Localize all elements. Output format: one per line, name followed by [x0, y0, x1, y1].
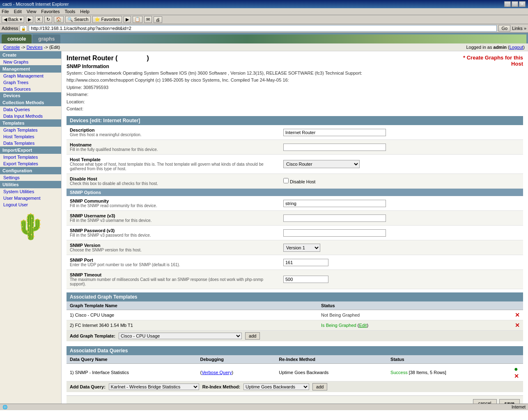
snmp-community-row: SNMP Community Fill in the SNMP read com…	[67, 196, 523, 211]
refresh-button[interactable]: ↻	[44, 16, 52, 23]
page-title-area: Internet Router ( ) SNMP Information Sys…	[67, 55, 362, 113]
disable-host-checkbox[interactable]	[283, 178, 289, 183]
sidebar-item-import-templates[interactable]: Import Templates	[0, 154, 61, 160]
gt-row-2-name: 2) FC Internet 3640 1.54 Mb T1	[67, 320, 318, 331]
cancel-button[interactable]: cancel	[473, 399, 497, 404]
sidebar-section-import-export: Import/Export	[0, 146, 61, 154]
snmp-url-text: http://www.cisco.com/techsupport Copyrig…	[67, 77, 362, 83]
menu-file[interactable]: File	[2, 9, 9, 14]
hostname-input[interactable]	[283, 144, 386, 151]
print-button[interactable]: 🖨	[154, 16, 162, 23]
snmp-community-input[interactable]	[283, 200, 386, 207]
add-graph-template-select[interactable]: Cisco - CPU Usage Interface Statistics	[119, 333, 242, 339]
browser-window-controls[interactable]: _ □ ✕	[504, 1, 526, 7]
data-queries-section-header: Associated Data Queries	[67, 346, 523, 355]
menu-view[interactable]: View	[27, 9, 37, 14]
sidebar-item-data-input[interactable]: Data Input Methods	[0, 113, 61, 119]
gt-row-1-delete-icon[interactable]: ✕	[515, 312, 520, 318]
dq-verbose-link[interactable]: Verbose Query	[202, 370, 232, 375]
add-data-query-select[interactable]: KarInet - Wireless Bridge Statistics SNM…	[109, 383, 199, 390]
tab-bar: console graphs	[0, 33, 528, 43]
snmp-version-select[interactable]: Version 1 Version 2 Version 3	[283, 244, 320, 252]
gt-row-2-delete-icon[interactable]: ✕	[515, 322, 520, 329]
breadcrumb-devices[interactable]: Devices	[27, 45, 43, 50]
sidebar-item-graph-trees[interactable]: Graph Trees	[0, 79, 61, 86]
disable-host-desc: Check this box to disable all checks for…	[70, 181, 277, 186]
dq-row-1-rerun-icon[interactable]: ●	[514, 365, 518, 372]
description-input-cell	[280, 125, 523, 140]
gt-row-2-action: ✕	[512, 320, 523, 331]
sidebar-item-host-templates[interactable]: Host Templates	[0, 133, 61, 140]
dq-row-1-action: ● ✕	[511, 364, 523, 381]
close-button[interactable]: ✕	[519, 1, 526, 7]
tab-graphs[interactable]: graphs	[32, 34, 60, 43]
sidebar-item-data-templates[interactable]: Data Templates	[0, 140, 61, 146]
favorites-button[interactable]: ⭐ Favorites	[92, 16, 122, 23]
history-button[interactable]: 📋	[133, 16, 142, 23]
snmp-username-input[interactable]	[283, 215, 386, 222]
mail-button[interactable]: ✉	[144, 16, 152, 23]
tab-console[interactable]: console	[2, 34, 32, 43]
sidebar: Create New Graphs Management Graph Manag…	[0, 51, 62, 404]
snmp-timeout-input[interactable]	[283, 276, 328, 283]
breadcrumb-edit: (Edit)	[49, 45, 60, 50]
sidebar-item-export-templates[interactable]: Export Templates	[0, 160, 61, 167]
stop-button[interactable]: ✕	[35, 16, 43, 23]
sidebar-item-logout-user[interactable]: Logout User	[0, 201, 61, 208]
gt-row-1-status: Not Being Graphed	[318, 310, 512, 320]
snmp-contact: Contact:	[67, 106, 362, 112]
snmp-port-input[interactable]	[283, 259, 328, 266]
menu-edit[interactable]: Edit	[14, 9, 22, 14]
reindex-method-select[interactable]: Uptime Goes Backwards Index Count Change…	[243, 383, 309, 390]
address-input[interactable]	[29, 25, 497, 32]
menu-tools[interactable]: Tools	[65, 9, 76, 14]
dq-col-status: Status	[387, 355, 511, 364]
snmp-timeout-row: SNMP Timeout The maximum number of milli…	[67, 270, 523, 289]
sidebar-section-management: Management	[0, 65, 61, 73]
forward-button[interactable]: ▶	[26, 16, 33, 23]
minimize-button[interactable]: _	[504, 1, 511, 7]
sidebar-item-settings[interactable]: Settings	[0, 174, 61, 181]
snmp-community-label: SNMP Community	[70, 199, 277, 203]
snmp-password-input[interactable]	[283, 229, 386, 237]
sidebar-item-user-management[interactable]: User Management	[0, 195, 61, 201]
gt-row-2-edit-link[interactable]: Edit	[359, 323, 367, 328]
sidebar-item-devices[interactable]: Devices	[0, 92, 61, 99]
breadcrumb-console[interactable]: Console	[3, 45, 20, 50]
hostname-input-cell	[280, 140, 523, 155]
media-button[interactable]: ▶	[124, 16, 131, 23]
dq-row-1-reindex: Uptime Goes Backwards	[275, 364, 387, 381]
add-data-query-button[interactable]: add	[312, 383, 327, 390]
snmp-port-label: SNMP Port	[70, 258, 277, 262]
sidebar-item-new-graphs[interactable]: New Graphs	[0, 59, 61, 65]
home-button[interactable]: 🏠	[54, 16, 64, 23]
search-button[interactable]: 🔍 Search	[65, 16, 91, 23]
sidebar-item-data-sources[interactable]: Data Sources	[0, 86, 61, 92]
go-button[interactable]: Go	[498, 25, 510, 32]
create-graphs-cta[interactable]: * Create Graphs for this Host	[457, 55, 523, 67]
sidebar-item-graph-templates[interactable]: Graph Templates	[0, 127, 61, 133]
host-template-select[interactable]: Cisco Router Generic SNMP Device Linux H…	[283, 160, 360, 168]
address-bar: Address 🔒 Go Links »	[0, 24, 528, 33]
snmp-password-label: SNMP Password (v3)	[70, 228, 277, 233]
maximize-button[interactable]: □	[512, 1, 518, 7]
host-template-desc: Choose what type of host, host template …	[70, 162, 277, 171]
description-input[interactable]	[283, 129, 386, 136]
back-button[interactable]: ◀ Back ▾	[2, 16, 24, 23]
sidebar-item-graph-management[interactable]: Graph Management	[0, 73, 61, 79]
disable-host-checkbox-label[interactable]: Disable Host	[283, 179, 315, 184]
dq-row-1: 1) SNMP - Interface Statistics (Verbose …	[67, 364, 523, 381]
sidebar-section-configuration: Configuration	[0, 167, 61, 174]
dq-col-reindex: Re-Index Method	[275, 355, 387, 364]
sidebar-item-data-queries[interactable]: Data Queries	[0, 106, 61, 113]
menu-favorites[interactable]: Favorites	[41, 9, 60, 14]
gt-row-2-status: Is Being Graphed (Edit)	[318, 320, 512, 331]
dq-row-1-delete-icon[interactable]: ✕	[514, 373, 519, 379]
save-button[interactable]: save	[499, 399, 520, 404]
add-graph-template-button[interactable]: add	[245, 332, 260, 340]
menu-help[interactable]: Help	[80, 9, 90, 14]
sidebar-item-system-utilities[interactable]: System Utilities	[0, 188, 61, 195]
logout-link[interactable]: Logout	[510, 45, 523, 50]
sidebar-section-collection: Collection Methods	[0, 99, 61, 106]
description-desc: Give this host a meaningful description.	[70, 132, 277, 137]
